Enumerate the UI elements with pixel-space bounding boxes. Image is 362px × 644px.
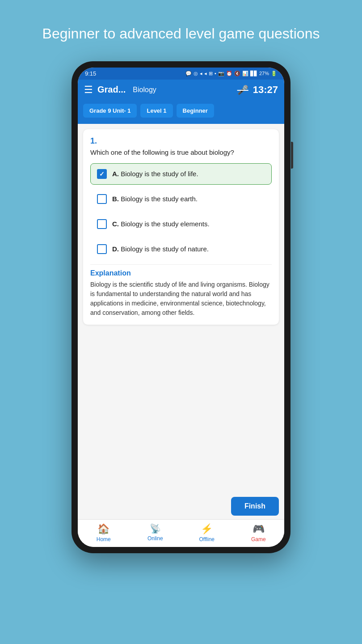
location-icon: ◎: [194, 71, 198, 76]
online-icon: 📡: [150, 523, 161, 534]
nav-home[interactable]: 🏠 Home: [78, 520, 130, 547]
explanation-section: Explanation Biology is the scientific st…: [90, 264, 272, 318]
question-card: 1. Which one of the following is true ab…: [83, 129, 279, 325]
cam-icon: 📷: [218, 71, 224, 76]
checkbox-a: [97, 169, 107, 179]
offline-icon: ⚡: [201, 523, 213, 535]
menu-button[interactable]: ☰: [84, 84, 93, 96]
nav-game[interactable]: 🎮 Game: [233, 520, 285, 547]
option-d-label: D. Biology is the study of nature.: [112, 245, 209, 253]
data-icon: 📊: [242, 71, 248, 76]
action-bar: Finish: [78, 493, 284, 519]
nav-online[interactable]: 📡 Online: [130, 520, 181, 547]
explanation-title: Explanation: [90, 269, 272, 277]
option-a-label: A. Biology is the study of life.: [112, 170, 198, 178]
online-label: Online: [147, 535, 163, 542]
dot-icon: •: [215, 71, 216, 76]
nav2-icon: ◂: [204, 71, 207, 76]
finish-button[interactable]: Finish: [231, 497, 279, 516]
option-b-label: B. Biology is the study earth.: [112, 195, 198, 203]
option-c-label: C. Biology is the study elements.: [112, 220, 210, 228]
option-c[interactable]: C. Biology is the study elements.: [90, 213, 272, 235]
phone-side-button: [291, 142, 293, 169]
checkbox-d: [97, 244, 107, 254]
timer-display: 13:27: [253, 84, 278, 96]
status-time: 9:15: [85, 70, 96, 77]
phone-screen: 9:15 💬 ◎ ◂ ◂ ⊞ • 📷 ⏰ 🔇 📊 ▊▊ 27% 🔋 ☰ Gr: [78, 68, 284, 547]
option-a[interactable]: A. Biology is the study of life.: [90, 163, 272, 185]
offline-label: Offline: [199, 536, 215, 542]
game-label: Game: [251, 536, 266, 542]
checkbox-c: [97, 219, 107, 229]
tab-level[interactable]: Level 1: [140, 104, 173, 118]
app-bar-right: 🎤 13:27: [237, 84, 278, 96]
option-d[interactable]: D. Biology is the study of nature.: [90, 238, 272, 260]
option-b[interactable]: B. Biology is the study earth.: [90, 188, 272, 210]
content-area: 1. Which one of the following is true ab…: [78, 124, 284, 493]
app-bar-left: ☰ Grad... Biology: [84, 84, 156, 96]
nav-icon-status: ◂: [200, 71, 202, 76]
home-label: Home: [97, 536, 111, 542]
app-title: Grad...: [97, 85, 126, 95]
phone-mockup: 9:15 💬 ◎ ◂ ◂ ⊞ • 📷 ⏰ 🔇 📊 ▊▊ 27% 🔋 ☰ Gr: [72, 61, 290, 553]
app-bar: ☰ Grad... Biology 🎤 13:27: [78, 80, 284, 100]
game-icon: 🎮: [253, 523, 265, 535]
status-icons: 💬 ◎ ◂ ◂ ⊞ • 📷 ⏰ 🔇 📊 ▊▊ 27% 🔋: [185, 71, 277, 76]
explanation-text: Biology is the scientific study of life …: [90, 280, 272, 318]
checkbox-b: [97, 194, 107, 204]
mute-icon: 🔇: [234, 71, 240, 76]
signal-icon: ⊞: [209, 71, 213, 76]
mic-icon[interactable]: 🎤: [237, 85, 248, 95]
status-bar: 9:15 💬 ◎ ◂ ◂ ⊞ • 📷 ⏰ 🔇 📊 ▊▊ 27% 🔋: [78, 68, 284, 80]
battery-text: 27%: [259, 71, 269, 76]
tab-difficulty[interactable]: Beginner: [177, 104, 214, 118]
home-icon: 🏠: [97, 523, 109, 535]
tab-grade[interactable]: Grade 9 Unit- 1: [83, 104, 137, 118]
question-text: Which one of the following is true about…: [90, 148, 272, 157]
bars-icon: ▊▊: [250, 71, 257, 76]
app-subtitle: Biology: [133, 86, 156, 94]
page-title: Beginner to advanced level game question…: [7, 25, 356, 43]
msg-icon: 💬: [185, 71, 192, 76]
alarm-icon: ⏰: [226, 71, 232, 76]
nav-offline[interactable]: ⚡ Offline: [181, 520, 233, 547]
tabs-row: Grade 9 Unit- 1 Level 1 Beginner: [78, 100, 284, 124]
bottom-nav: 🏠 Home 📡 Online ⚡ Offline 🎮 Game: [78, 519, 284, 547]
question-number: 1.: [90, 136, 272, 146]
battery-icon: 🔋: [271, 71, 277, 76]
